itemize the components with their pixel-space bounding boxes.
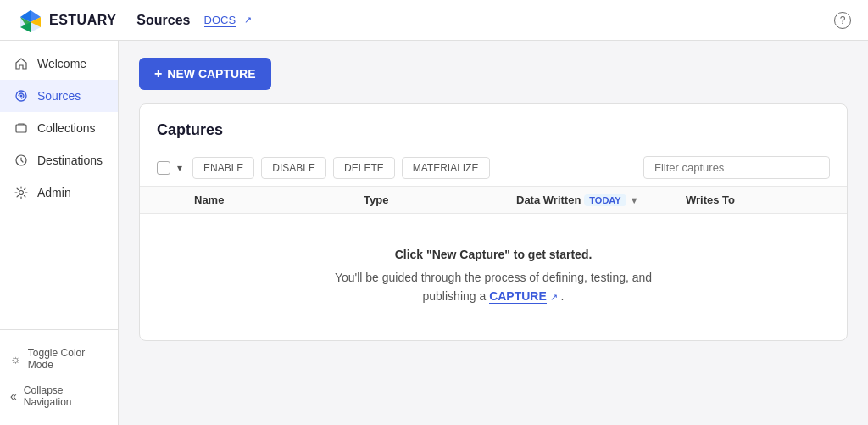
collapse-icon: « <box>10 389 17 403</box>
external-link-icon2: ↗ <box>550 292 558 302</box>
empty-line2: You'll be guided through the process of … <box>335 271 652 284</box>
external-link-icon: ↗ <box>244 14 252 25</box>
sidebar-label-sources: Sources <box>37 89 81 103</box>
today-badge[interactable]: TODAY <box>584 194 626 206</box>
logo-text: ESTUARY <box>49 13 116 28</box>
toolbar: ▾ ENABLE DISABLE DELETE MATERIALIZE <box>140 149 847 187</box>
select-all-checkbox[interactable] <box>157 161 170 175</box>
sidebar-footer: ☼ Toggle Color Mode « Collapse Navigatio… <box>0 329 118 425</box>
checkbox-area: ▾ <box>157 160 186 176</box>
collapse-nav-label: Collapse Navigation <box>24 384 108 408</box>
home-icon <box>14 56 29 71</box>
svg-point-7 <box>20 95 23 98</box>
main-content: + NEW CAPTURE Captures ▾ ENABLE DISABLE … <box>119 41 868 425</box>
docs-link[interactable]: DOCS <box>204 14 236 27</box>
captures-card: Captures ▾ ENABLE DISABLE DELETE MATERIA… <box>139 103 848 341</box>
sidebar-label-admin: Admin <box>37 186 71 199</box>
disable-button[interactable]: DISABLE <box>261 157 326 179</box>
col-writes-to: Writes To <box>686 193 848 206</box>
layout: Welcome Sources <box>0 41 868 425</box>
toggle-color-mode-button[interactable]: ☼ Toggle Color Mode <box>0 340 118 377</box>
empty-line3: publishing a <box>423 289 487 303</box>
new-capture-label: NEW CAPTURE <box>167 67 255 81</box>
plus-icon: + <box>154 66 162 81</box>
materialize-button[interactable]: MATERIALIZE <box>402 157 490 179</box>
captures-title: Captures <box>140 104 847 149</box>
filter-icon[interactable]: ▼ <box>630 195 639 205</box>
sidebar-item-destinations[interactable]: Destinations <box>0 144 118 176</box>
col-type: Type <box>364 193 516 206</box>
sidebar-item-sources[interactable]: Sources <box>0 80 118 112</box>
col-name: Name <box>194 193 364 206</box>
collapse-nav-button[interactable]: « Collapse Navigation <box>0 377 118 415</box>
help-icon[interactable]: ? <box>834 12 851 29</box>
sources-icon <box>14 88 29 103</box>
capture-link[interactable]: CAPTURE <box>489 289 547 304</box>
header-nav: Sources DOCS ↗ <box>136 13 834 28</box>
col-data-written: Data Written TODAY ▼ <box>516 193 686 206</box>
sidebar-item-collections[interactable]: Collections <box>0 112 118 144</box>
delete-button[interactable]: DELETE <box>333 157 395 179</box>
header-title: Sources <box>136 13 190 28</box>
color-mode-icon: ☼ <box>10 352 21 366</box>
toggle-color-label: Toggle Color Mode <box>28 347 108 371</box>
svg-rect-8 <box>16 125 26 132</box>
collections-icon <box>14 120 29 136</box>
empty-state: Click "New Capture" to get started. You'… <box>140 214 847 340</box>
admin-icon <box>14 185 29 200</box>
sidebar-label-collections: Collections <box>37 121 95 135</box>
filter-input-wrap <box>643 156 830 179</box>
sidebar-label-destinations: Destinations <box>37 154 103 167</box>
checkbox-chevron-button[interactable]: ▾ <box>174 160 186 176</box>
filter-captures-input[interactable] <box>643 156 830 179</box>
destinations-icon <box>14 153 29 168</box>
logo-icon <box>17 8 44 32</box>
svg-point-10 <box>19 191 24 195</box>
header: ESTUARY Sources DOCS ↗ ? <box>0 0 868 41</box>
sidebar: Welcome Sources <box>0 41 119 425</box>
empty-state-title: Click "New Capture" to get started. <box>157 248 830 261</box>
table-header: Name Type Data Written TODAY ▼ Writes To… <box>140 187 847 214</box>
sidebar-nav: Welcome Sources <box>0 41 118 329</box>
sidebar-item-admin[interactable]: Admin <box>0 176 118 209</box>
sidebar-item-welcome[interactable]: Welcome <box>0 48 118 80</box>
enable-button[interactable]: ENABLE <box>192 157 254 179</box>
col-checkbox <box>157 193 194 206</box>
sidebar-label-welcome: Welcome <box>37 57 86 70</box>
logo: ESTUARY <box>17 8 116 32</box>
empty-state-body: You'll be guided through the process of … <box>157 268 830 306</box>
empty-period: . <box>561 289 565 303</box>
new-capture-button[interactable]: + NEW CAPTURE <box>139 58 271 90</box>
